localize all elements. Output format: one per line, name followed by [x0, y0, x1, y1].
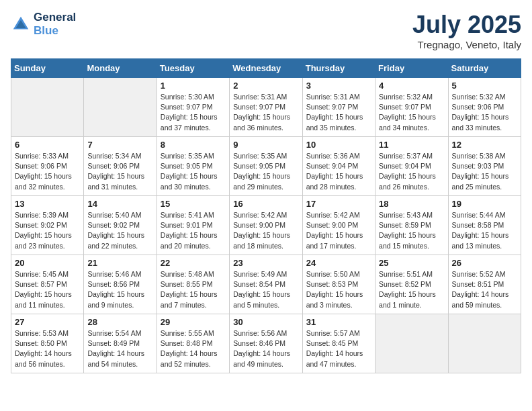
- calendar-cell: [448, 314, 521, 373]
- calendar-cell: 15Sunrise: 5:41 AMSunset: 9:01 PMDayligh…: [157, 196, 229, 255]
- calendar-cell: 7Sunrise: 5:34 AMSunset: 9:06 PMDaylight…: [84, 137, 157, 196]
- cell-info: Sunrise: 5:33 AMSunset: 9:06 PMDaylight:…: [15, 151, 80, 192]
- day-number: 4: [379, 81, 444, 91]
- cell-info: Sunrise: 5:36 AMSunset: 9:04 PMDaylight:…: [306, 151, 371, 192]
- day-number: 5: [452, 81, 517, 91]
- calendar-table: SundayMondayTuesdayWednesdayThursdayFrid…: [11, 58, 521, 373]
- week-row-3: 13Sunrise: 5:39 AMSunset: 9:02 PMDayligh…: [11, 196, 521, 255]
- day-number: 9: [233, 140, 298, 150]
- cell-info: Sunrise: 5:42 AMSunset: 9:00 PMDaylight:…: [233, 210, 298, 251]
- day-number: 18: [379, 199, 444, 209]
- header-row: SundayMondayTuesdayWednesdayThursdayFrid…: [11, 59, 521, 78]
- cell-info: Sunrise: 5:49 AMSunset: 8:54 PMDaylight:…: [233, 269, 298, 310]
- day-number: 6: [15, 140, 80, 150]
- calendar-cell: 16Sunrise: 5:42 AMSunset: 9:00 PMDayligh…: [230, 196, 302, 255]
- calendar-cell: 23Sunrise: 5:49 AMSunset: 8:54 PMDayligh…: [230, 255, 302, 314]
- col-header-saturday: Saturday: [448, 59, 521, 78]
- cell-info: Sunrise: 5:56 AMSunset: 8:46 PMDaylight:…: [233, 328, 298, 369]
- day-number: 10: [306, 140, 371, 150]
- day-number: 15: [161, 199, 226, 209]
- cell-info: Sunrise: 5:37 AMSunset: 9:04 PMDaylight:…: [379, 151, 444, 192]
- col-header-thursday: Thursday: [302, 59, 375, 78]
- day-number: 1: [161, 81, 226, 91]
- day-number: 7: [87, 140, 152, 150]
- calendar-cell: [84, 78, 157, 137]
- cell-info: Sunrise: 5:35 AMSunset: 9:05 PMDaylight:…: [233, 151, 298, 192]
- day-number: 29: [161, 317, 226, 327]
- week-row-4: 20Sunrise: 5:45 AMSunset: 8:57 PMDayligh…: [11, 255, 521, 314]
- day-number: 24: [306, 258, 371, 268]
- calendar-cell: 17Sunrise: 5:42 AMSunset: 9:00 PMDayligh…: [302, 196, 375, 255]
- calendar-cell: 25Sunrise: 5:51 AMSunset: 8:52 PMDayligh…: [375, 255, 448, 314]
- col-header-monday: Monday: [84, 59, 157, 78]
- cell-info: Sunrise: 5:46 AMSunset: 8:56 PMDaylight:…: [87, 269, 152, 310]
- day-number: 12: [452, 140, 517, 150]
- page-header: General Blue July 2025 Tregnago, Veneto,…: [11, 11, 521, 50]
- cell-info: Sunrise: 5:38 AMSunset: 9:03 PMDaylight:…: [452, 151, 517, 192]
- calendar-cell: 29Sunrise: 5:55 AMSunset: 8:48 PMDayligh…: [157, 314, 229, 373]
- day-number: 13: [15, 199, 80, 209]
- calendar-cell: 22Sunrise: 5:48 AMSunset: 8:55 PMDayligh…: [157, 255, 229, 314]
- day-number: 28: [87, 317, 152, 327]
- calendar-cell: 2Sunrise: 5:31 AMSunset: 9:07 PMDaylight…: [230, 78, 302, 137]
- calendar-cell: 1Sunrise: 5:30 AMSunset: 9:07 PMDaylight…: [157, 78, 229, 137]
- logo-icon: [11, 14, 31, 34]
- day-number: 27: [15, 317, 80, 327]
- day-number: 23: [233, 258, 298, 268]
- calendar-cell: 13Sunrise: 5:39 AMSunset: 9:02 PMDayligh…: [11, 196, 84, 255]
- day-number: 25: [379, 258, 444, 268]
- cell-info: Sunrise: 5:34 AMSunset: 9:06 PMDaylight:…: [87, 151, 152, 192]
- cell-info: Sunrise: 5:48 AMSunset: 8:55 PMDaylight:…: [161, 269, 226, 310]
- cell-info: Sunrise: 5:42 AMSunset: 9:00 PMDaylight:…: [306, 210, 371, 251]
- calendar-cell: 28Sunrise: 5:54 AMSunset: 8:49 PMDayligh…: [84, 314, 157, 373]
- calendar-cell: 27Sunrise: 5:53 AMSunset: 8:50 PMDayligh…: [11, 314, 84, 373]
- day-number: 16: [233, 199, 298, 209]
- calendar-cell: 20Sunrise: 5:45 AMSunset: 8:57 PMDayligh…: [11, 255, 84, 314]
- cell-info: Sunrise: 5:31 AMSunset: 9:07 PMDaylight:…: [233, 92, 298, 133]
- day-number: 8: [161, 140, 226, 150]
- calendar-cell: 12Sunrise: 5:38 AMSunset: 9:03 PMDayligh…: [448, 137, 521, 196]
- day-number: 14: [87, 199, 152, 209]
- location: Tregnago, Veneto, Italy: [412, 39, 521, 50]
- cell-info: Sunrise: 5:50 AMSunset: 8:53 PMDaylight:…: [306, 269, 371, 310]
- cell-info: Sunrise: 5:32 AMSunset: 9:07 PMDaylight:…: [379, 92, 444, 133]
- cell-info: Sunrise: 5:54 AMSunset: 8:49 PMDaylight:…: [87, 328, 152, 369]
- calendar-cell: 3Sunrise: 5:31 AMSunset: 9:07 PMDaylight…: [302, 78, 375, 137]
- calendar-cell: 21Sunrise: 5:46 AMSunset: 8:56 PMDayligh…: [84, 255, 157, 314]
- day-number: 21: [87, 258, 152, 268]
- calendar-cell: 24Sunrise: 5:50 AMSunset: 8:53 PMDayligh…: [302, 255, 375, 314]
- month-title: July 2025: [412, 11, 521, 39]
- calendar-cell: 14Sunrise: 5:40 AMSunset: 9:02 PMDayligh…: [84, 196, 157, 255]
- day-number: 31: [306, 317, 371, 327]
- calendar-cell: 11Sunrise: 5:37 AMSunset: 9:04 PMDayligh…: [375, 137, 448, 196]
- cell-info: Sunrise: 5:43 AMSunset: 8:59 PMDaylight:…: [379, 210, 444, 251]
- calendar-cell: 18Sunrise: 5:43 AMSunset: 8:59 PMDayligh…: [375, 196, 448, 255]
- cell-info: Sunrise: 5:31 AMSunset: 9:07 PMDaylight:…: [306, 92, 371, 133]
- calendar-cell: 31Sunrise: 5:57 AMSunset: 8:45 PMDayligh…: [302, 314, 375, 373]
- day-number: 19: [452, 199, 517, 209]
- week-row-2: 6Sunrise: 5:33 AMSunset: 9:06 PMDaylight…: [11, 137, 521, 196]
- cell-info: Sunrise: 5:30 AMSunset: 9:07 PMDaylight:…: [161, 92, 226, 133]
- day-number: 17: [306, 199, 371, 209]
- day-number: 30: [233, 317, 298, 327]
- cell-info: Sunrise: 5:41 AMSunset: 9:01 PMDaylight:…: [161, 210, 226, 251]
- logo-text: General Blue: [34, 11, 76, 38]
- calendar-cell: 10Sunrise: 5:36 AMSunset: 9:04 PMDayligh…: [302, 137, 375, 196]
- calendar-cell: 4Sunrise: 5:32 AMSunset: 9:07 PMDaylight…: [375, 78, 448, 137]
- calendar-cell: 6Sunrise: 5:33 AMSunset: 9:06 PMDaylight…: [11, 137, 84, 196]
- day-number: 26: [452, 258, 517, 268]
- calendar-cell: [11, 78, 84, 137]
- cell-info: Sunrise: 5:57 AMSunset: 8:45 PMDaylight:…: [306, 328, 371, 369]
- week-row-1: 1Sunrise: 5:30 AMSunset: 9:07 PMDaylight…: [11, 78, 521, 137]
- day-number: 11: [379, 140, 444, 150]
- col-header-wednesday: Wednesday: [230, 59, 302, 78]
- cell-info: Sunrise: 5:35 AMSunset: 9:05 PMDaylight:…: [161, 151, 226, 192]
- calendar-cell: 26Sunrise: 5:52 AMSunset: 8:51 PMDayligh…: [448, 255, 521, 314]
- calendar-cell: 8Sunrise: 5:35 AMSunset: 9:05 PMDaylight…: [157, 137, 229, 196]
- cell-info: Sunrise: 5:55 AMSunset: 8:48 PMDaylight:…: [161, 328, 226, 369]
- day-number: 3: [306, 81, 371, 91]
- cell-info: Sunrise: 5:52 AMSunset: 8:51 PMDaylight:…: [452, 269, 517, 310]
- day-number: 22: [161, 258, 226, 268]
- cell-info: Sunrise: 5:51 AMSunset: 8:52 PMDaylight:…: [379, 269, 444, 310]
- calendar-cell: 9Sunrise: 5:35 AMSunset: 9:05 PMDaylight…: [230, 137, 302, 196]
